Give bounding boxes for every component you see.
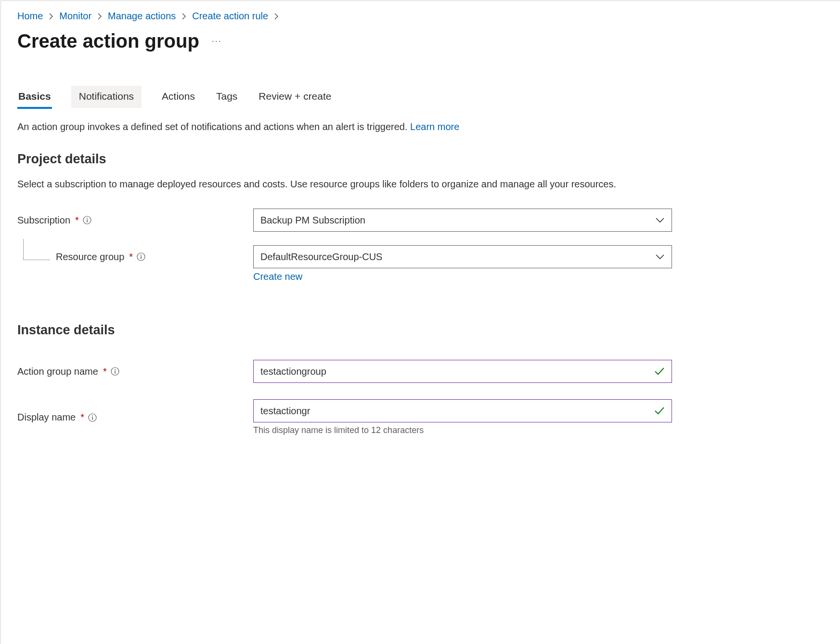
required-asterisk: * [75, 215, 79, 226]
tab-notifications[interactable]: Notifications [71, 86, 142, 108]
info-icon[interactable] [88, 413, 97, 422]
breadcrumb: Home Monitor Manage actions Create actio… [17, 11, 824, 22]
svg-rect-11 [92, 417, 93, 420]
chevron-down-icon [655, 253, 665, 260]
subscription-label-text: Subscription [17, 215, 70, 226]
breadcrumb-manage-actions[interactable]: Manage actions [108, 11, 176, 22]
breadcrumb-home[interactable]: Home [17, 11, 43, 22]
subscription-label: Subscription * [17, 215, 253, 226]
subscription-value: Backup PM Subscription [260, 215, 365, 226]
subscription-select[interactable]: Backup PM Subscription [253, 209, 672, 232]
required-asterisk: * [129, 251, 133, 263]
tab-basics[interactable]: Basics [17, 86, 52, 108]
required-asterisk: * [80, 412, 84, 423]
intro-text: An action group invokes a defined set of… [17, 121, 691, 132]
resource-group-select[interactable]: DefaultResourceGroup-CUS [253, 245, 672, 268]
tabs: Basics Notifications Actions Tags Review… [17, 86, 824, 108]
svg-point-10 [92, 415, 93, 416]
svg-rect-8 [115, 371, 116, 374]
chevron-down-icon [655, 217, 665, 223]
resource-group-label-text: Resource group [56, 251, 124, 263]
action-group-name-label: Action group name * [17, 366, 253, 377]
display-name-input-wrapper [253, 399, 672, 422]
info-icon[interactable] [111, 367, 119, 376]
project-details-heading: Project details [17, 152, 691, 167]
svg-rect-2 [87, 220, 88, 223]
instance-details-heading: Instance details [17, 323, 691, 338]
display-name-label: Display name * [17, 412, 253, 423]
breadcrumb-monitor[interactable]: Monitor [59, 11, 91, 22]
display-name-label-text: Display name [17, 412, 76, 423]
tab-review-create[interactable]: Review + create [258, 86, 332, 108]
display-name-input[interactable] [260, 406, 654, 417]
tab-actions[interactable]: Actions [161, 86, 196, 108]
info-icon[interactable] [137, 252, 145, 261]
intro-text-body: An action group invokes a defined set of… [17, 121, 410, 132]
action-group-name-label-text: Action group name [17, 366, 98, 377]
tab-tags[interactable]: Tags [215, 86, 238, 108]
learn-more-link[interactable]: Learn more [410, 121, 459, 132]
chevron-right-icon [181, 13, 186, 20]
create-new-resource-group-link[interactable]: Create new [253, 271, 302, 282]
page-title: Create action group [17, 30, 199, 52]
chevron-right-icon [49, 13, 53, 20]
svg-point-7 [115, 369, 116, 370]
breadcrumb-create-action-rule[interactable]: Create action rule [192, 11, 268, 22]
required-asterisk: * [103, 366, 107, 377]
hierarchy-elbow-icon [23, 239, 50, 260]
more-icon[interactable]: ··· [212, 36, 222, 46]
svg-point-1 [87, 218, 88, 219]
display-name-helper: This display name is limited to 12 chara… [253, 425, 672, 435]
project-details-desc: Select a subscription to manage deployed… [17, 177, 672, 191]
action-group-name-input-wrapper [253, 360, 672, 383]
chevron-right-icon [97, 13, 102, 20]
chevron-right-icon [274, 13, 279, 20]
action-group-name-input[interactable] [260, 366, 654, 377]
resource-group-value: DefaultResourceGroup-CUS [260, 251, 382, 263]
check-icon [654, 367, 665, 376]
check-icon [654, 407, 665, 415]
resource-group-label: Resource group * [17, 251, 253, 263]
svg-rect-5 [141, 256, 142, 259]
svg-point-4 [141, 254, 142, 255]
info-icon[interactable] [83, 216, 91, 224]
